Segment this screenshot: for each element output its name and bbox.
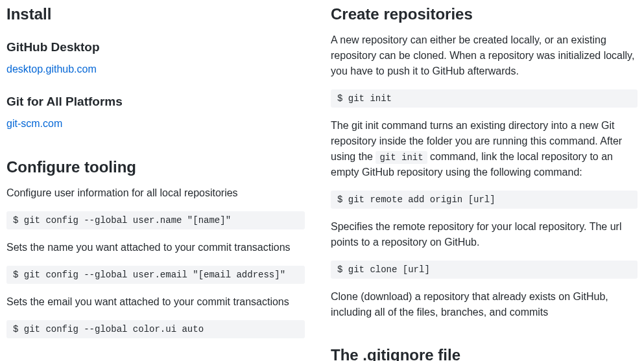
cmd-git-init: $ git init [331,89,638,108]
cmd-config-name: $ git config --global user.name "[name]" [6,211,305,229]
install-heading: Install [6,5,305,23]
create-repos-intro: A new repository can either be created l… [331,32,638,79]
git-clone-description: Clone (download) a repository that alrea… [331,289,638,320]
create-repos-heading: Create repositories [331,5,638,23]
right-column: Create repositories A new repository can… [331,5,638,361]
configure-tooling-heading: Configure tooling [6,158,305,176]
cheatsheet-page: Install GitHub Desktop desktop.github.co… [0,0,644,361]
git-init-description: The git init command turns an existing d… [331,118,638,180]
left-column: Install GitHub Desktop desktop.github.co… [6,5,305,361]
cmd-config-color: $ git config --global color.ui auto [6,320,305,338]
desc-config-email: Sets the email you want attached to your… [6,294,305,310]
configure-intro-text: Configure user information for all local… [6,185,305,201]
git-remote-description: Specifies the remote repository for your… [331,219,638,250]
git-scm-link[interactable]: git-scm.com [6,118,62,130]
cmd-git-remote-add: $ git remote add origin [url] [331,191,638,209]
cmd-git-clone: $ git clone [url] [331,261,638,279]
git-init-inline-code: git init [376,151,427,164]
gitignore-heading: The .gitignore file [331,346,638,361]
desc-config-name: Sets the name you want attached to your … [6,240,305,255]
github-desktop-heading: GitHub Desktop [6,40,305,54]
github-desktop-link[interactable]: desktop.github.com [6,64,97,75]
git-all-platforms-heading: Git for All Platforms [6,95,305,109]
cmd-config-email: $ git config --global user.email "[email… [6,266,305,284]
